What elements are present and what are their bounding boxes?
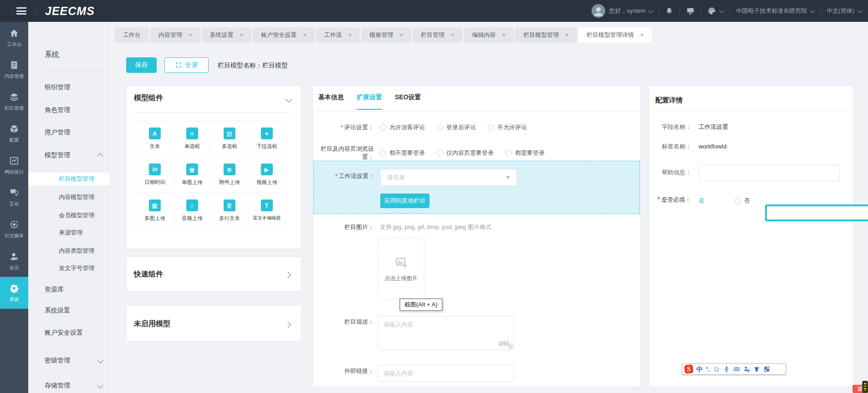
menu-item-system-settings[interactable]: 系统设置 (45, 304, 70, 316)
close-icon[interactable]: × (565, 31, 569, 38)
close-icon[interactable]: × (303, 31, 306, 38)
image-upload-dropzone[interactable]: 点击上传图片 (378, 238, 424, 300)
nav-item-interaction[interactable]: 互动 (0, 181, 28, 213)
component-attachment-upload[interactable]: ⊕附件上传 (211, 157, 248, 193)
menu-item-storage[interactable]: 存储管理 (45, 379, 70, 391)
nav-item-workbench[interactable]: 工作台 (0, 22, 28, 54)
external-link-input[interactable] (378, 365, 514, 382)
menu-item-resource[interactable]: 资源库 (45, 283, 64, 295)
hamburger-menu-icon[interactable] (16, 7, 26, 15)
radio-login-comment[interactable]: 登录后评论 (437, 123, 476, 132)
menu-item-content-type[interactable]: ·内容类型管理 (54, 245, 94, 257)
tab-seo-settings[interactable]: SEO设置 (395, 93, 421, 110)
menu-item-content-model[interactable]: ·内容模型管理 (54, 191, 94, 203)
menu-item-secret-level[interactable]: 密级管理 (45, 354, 70, 366)
component-checkbox-group[interactable]: ▤多选框 (211, 121, 248, 157)
fullscreen-button[interactable]: 全屏 (164, 57, 209, 73)
menu-item-role[interactable]: 角色管理 (45, 104, 70, 116)
radio-no-login-needed[interactable]: 都不需要登录 (380, 149, 425, 157)
tab-workbench[interactable]: 工作台 (115, 27, 149, 42)
tab-content-mgmt[interactable]: 内容管理× (150, 27, 200, 42)
close-icon[interactable]: × (348, 31, 352, 38)
theme-menu[interactable] (707, 6, 724, 15)
mic-icon[interactable] (723, 366, 730, 373)
tab-column-model-mgmt[interactable]: 栏目模型管理× (515, 27, 577, 42)
component-richtext[interactable]: T富文本编辑器 (248, 193, 285, 229)
component-audio-upload[interactable]: ♪音频上传 (174, 193, 210, 229)
menu-item-doc-number[interactable]: ·发文字号管理 (54, 262, 94, 274)
component-multi-image-upload[interactable]: ▦多图上传 (136, 193, 173, 229)
user-menu[interactable]: 您好，system (592, 4, 653, 18)
chevron-right-icon[interactable] (285, 322, 291, 328)
keyboard-icon[interactable] (733, 366, 740, 373)
close-icon[interactable]: × (640, 31, 644, 38)
radio-no-comment[interactable]: 不允许评论 (488, 123, 527, 132)
tab-column-model-detail[interactable]: 栏目模型管理详情× (578, 27, 652, 42)
close-icon[interactable]: × (399, 31, 403, 38)
workflow-field-highlight[interactable]: *工作流设置： 请选择 应用到其他栏目 (313, 161, 640, 214)
radio-all-login-needed[interactable]: 都需要登录 (505, 149, 545, 157)
radio-allow-guest-comment[interactable]: 允许游客评论 (380, 123, 425, 132)
tab-template-mgmt[interactable]: 模板管理× (361, 27, 411, 42)
nav-item-config[interactable]: 配置 (0, 117, 28, 149)
nav-item-system[interactable]: 系统 (0, 277, 28, 309)
site-selector[interactable]: 中国电子技术标准化研究院 (736, 7, 814, 15)
tab-column-mgmt[interactable]: 栏目管理× (413, 27, 463, 42)
nav-item-member[interactable]: 会员 (0, 245, 28, 277)
workflow-select[interactable]: 请选择 (380, 169, 517, 186)
notifications-button[interactable] (665, 7, 674, 15)
close-icon[interactable]: × (240, 31, 244, 38)
quick-components-panel[interactable]: 快速组件 (126, 256, 301, 291)
save-button[interactable]: 保存 (126, 57, 157, 73)
toolbox-icon[interactable] (763, 366, 770, 373)
chevron-down-icon[interactable] (97, 383, 103, 388)
punctuation-icon[interactable]: °, (706, 367, 710, 372)
tab-edit-content[interactable]: 编辑内容× (464, 27, 514, 42)
description-textarea[interactable] (378, 316, 514, 350)
close-icon[interactable]: × (189, 31, 192, 38)
menu-item-user[interactable]: 用户管理 (45, 126, 70, 138)
menu-item-model[interactable]: 模型管理 (45, 149, 70, 161)
chevron-down-icon[interactable] (286, 96, 292, 102)
close-icon[interactable]: × (502, 31, 506, 38)
chevron-down-icon[interactable] (97, 357, 103, 363)
component-radio-group[interactable]: ≡单选框 (174, 121, 210, 157)
radio-required-no[interactable]: 否 (735, 197, 750, 205)
component-datetime[interactable]: 10日期时间 (136, 157, 173, 193)
user-badge-icon[interactable]: 29 (743, 366, 750, 373)
radio-content-login-needed[interactable]: 仅内容页需要登录 (437, 149, 494, 157)
avatar[interactable] (592, 4, 605, 18)
emoji-icon[interactable]: ☺ (713, 366, 720, 373)
menu-item-org[interactable]: 组织管理 (45, 81, 70, 93)
menu-item-account-security[interactable]: 账户安全设置 (45, 327, 83, 338)
close-icon[interactable]: × (451, 31, 454, 38)
resize-handle[interactable] (508, 344, 513, 349)
component-text[interactable]: A文本 (136, 121, 173, 157)
ime-skin-strip[interactable] (862, 381, 868, 393)
menu-item-column-model[interactable]: ·栏目模型管理 (54, 173, 94, 185)
screen-button[interactable] (686, 6, 695, 15)
chevron-right-icon[interactable] (285, 272, 291, 278)
component-single-image-upload[interactable]: ▣单图上传 (174, 157, 210, 193)
component-video-upload[interactable]: ▶视频上传 (248, 157, 285, 193)
tab-system-settings[interactable]: 系统设置× (202, 27, 252, 42)
tab-account-security[interactable]: 账户安全设置× (253, 27, 315, 42)
sogou-logo-icon[interactable]: S (684, 364, 694, 374)
skin-icon[interactable] (753, 366, 760, 373)
component-dropdown[interactable]: ▾下拉选框 (248, 121, 285, 157)
help-info-input[interactable] (699, 164, 840, 181)
nav-item-stats[interactable]: 网站统计 (0, 149, 28, 181)
nav-item-social[interactable]: 社交媒体 (0, 213, 28, 245)
nav-item-columns[interactable]: 栏目管理 (0, 86, 28, 117)
chevron-up-icon[interactable] (97, 153, 103, 159)
disabled-models-panel[interactable]: 未启用模型 (126, 305, 301, 342)
tab-workflow[interactable]: 工作流× (316, 27, 360, 42)
component-multiline-text[interactable]: ≣多行文本 (211, 193, 248, 229)
language-selector[interactable]: 中文(简体) (827, 7, 862, 15)
nav-item-content[interactable]: 内容管理 (0, 54, 28, 86)
tab-extension-settings[interactable]: 扩展设置 (357, 93, 382, 110)
chinese-mode-icon[interactable]: 中 (696, 366, 703, 373)
apply-to-other-columns-button[interactable]: 应用到其他栏目 (380, 194, 429, 208)
menu-item-source[interactable]: ·来源管理 (54, 227, 82, 239)
radio-required-yes[interactable]: 是 (699, 197, 705, 205)
